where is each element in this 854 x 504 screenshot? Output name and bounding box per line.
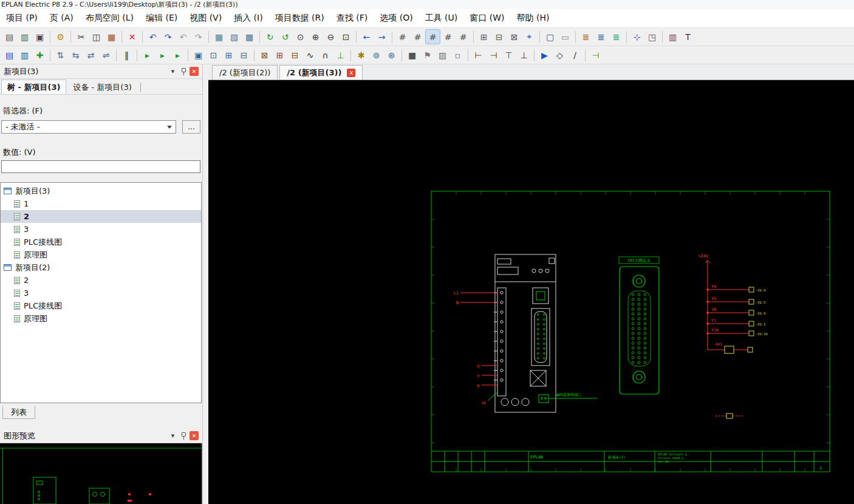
- grid-d-icon[interactable]: #: [456, 30, 470, 44]
- tab-devices[interactable]: 设备 - 新项目(3): [67, 80, 137, 94]
- numbering-pages-icon[interactable]: ⇅: [53, 48, 67, 62]
- paste-icon[interactable]: ▦: [104, 30, 118, 44]
- menu-item-1[interactable]: 项目 (P): [0, 9, 44, 27]
- tree-item[interactable]: 原理图: [1, 312, 201, 325]
- numbering-devices-icon[interactable]: ⇆: [69, 48, 83, 62]
- tree-item[interactable]: 3: [1, 223, 201, 236]
- settings-wrench-icon[interactable]: ⚙: [53, 30, 67, 44]
- list-tab[interactable]: 列表: [2, 406, 35, 419]
- list-view-icon[interactable]: ≣: [594, 30, 608, 44]
- align-left-icon[interactable]: ⊢: [471, 48, 485, 62]
- table-view-icon[interactable]: ▩: [242, 30, 256, 44]
- list-sync-icon[interactable]: ≣: [609, 30, 623, 44]
- grid-c-icon[interactable]: #: [441, 30, 455, 44]
- structure-box-icon[interactable]: ⊛: [384, 48, 398, 62]
- filter-browse-button[interactable]: ...: [182, 120, 200, 134]
- tree-item[interactable]: 2: [1, 210, 201, 223]
- device-navigator-icon[interactable]: ▥: [18, 48, 32, 62]
- graphical-editing-icon[interactable]: ▢: [543, 30, 557, 44]
- zoom-window-icon[interactable]: ⊙: [293, 30, 307, 44]
- menu-item-10[interactable]: 工具 (U): [419, 9, 464, 27]
- tree-item[interactable]: 3: [1, 287, 201, 299]
- menu-item-5[interactable]: 视图 (V): [183, 9, 228, 27]
- tree-item[interactable]: 原理图: [1, 248, 201, 261]
- delete-icon[interactable]: ✕: [125, 30, 139, 44]
- run-check-selection-icon[interactable]: ▸: [171, 48, 185, 62]
- tree-item[interactable]: 新项目(3): [1, 185, 201, 197]
- forward-icon[interactable]: →: [375, 30, 389, 44]
- menu-item-4[interactable]: 编辑 (E): [140, 9, 183, 27]
- measure-icon[interactable]: ∕: [568, 48, 582, 62]
- copy-icon[interactable]: ◫: [89, 30, 103, 44]
- terminal-strip-icon[interactable]: ⊞: [273, 48, 287, 62]
- list-edit-icon[interactable]: ≣: [579, 30, 593, 44]
- zoom-page-icon[interactable]: ⊡: [339, 30, 353, 44]
- terminal-diagram-icon[interactable]: ⊟: [288, 48, 302, 62]
- flag-icon[interactable]: ⚑: [420, 48, 434, 62]
- toggle-panel-icon[interactable]: ▭: [558, 30, 572, 44]
- run-check-project-icon[interactable]: ▸: [140, 48, 154, 62]
- align-top-icon[interactable]: ⊤: [502, 48, 516, 62]
- plc-connection-point-icon[interactable]: ⊡: [207, 48, 220, 62]
- reference-frame-icon[interactable]: ⊚: [369, 48, 383, 62]
- close-icon[interactable]: ✕: [190, 67, 199, 76]
- back-icon[interactable]: ←: [360, 30, 374, 44]
- snap-object-icon[interactable]: ⊟: [492, 30, 506, 44]
- text-tool-icon[interactable]: T: [681, 30, 695, 44]
- editor-tab[interactable]: /2 (新项目(2)): [212, 65, 278, 80]
- page-tree[interactable]: 新项目(3)123PLC接线图原理图新项目(2)23PLC接线图原理图: [0, 182, 202, 403]
- lasso-select-icon[interactable]: ◇: [553, 48, 567, 62]
- menu-item-11[interactable]: 窗口 (W): [463, 9, 510, 27]
- plc-navigator-icon[interactable]: ⊞: [222, 48, 236, 62]
- move-handle-icon[interactable]: ⊹: [630, 30, 644, 44]
- black-box-icon[interactable]: ■: [405, 48, 419, 62]
- grid-off-icon[interactable]: #: [395, 30, 409, 44]
- undo-icon[interactable]: ↶: [146, 30, 160, 44]
- undo-history-icon[interactable]: ↶: [176, 30, 190, 44]
- tree-item[interactable]: PLC接线图: [1, 299, 201, 312]
- regenerate-icon[interactable]: ↺: [278, 30, 292, 44]
- graphic-toggle-icon[interactable]: ✚: [33, 48, 47, 62]
- update-view-icon[interactable]: ↻: [263, 30, 277, 44]
- cable-definition-icon[interactable]: ∿: [303, 48, 317, 62]
- zoom-in-icon[interactable]: ⊕: [309, 30, 323, 44]
- grid-b-icon[interactable]: #: [426, 30, 440, 44]
- plc-box-icon[interactable]: ▣: [191, 48, 205, 62]
- snap-design-mode-icon[interactable]: ⊠: [507, 30, 521, 44]
- page-navigator-icon[interactable]: ▤: [2, 48, 16, 62]
- page-open-icon[interactable]: ▥: [18, 30, 32, 44]
- zoom-out-icon[interactable]: ⊖: [324, 30, 338, 44]
- menu-item-2[interactable]: 页 (A): [44, 9, 80, 27]
- close-icon[interactable]: ✕: [190, 431, 199, 440]
- dashed-area-icon[interactable]: ▫: [451, 48, 465, 62]
- filter-select[interactable]: - 未激活 -: [1, 120, 176, 134]
- drawing-canvas[interactable]: EPLAN 新项目(3) EPLAN Software & Service Gm…: [208, 80, 854, 504]
- interruption-point-icon[interactable]: ✱: [354, 48, 368, 62]
- value-input[interactable]: [1, 160, 200, 173]
- terminal-icon[interactable]: ⊠: [258, 48, 272, 62]
- menu-item-7[interactable]: 项目数据 (R): [269, 9, 330, 27]
- menu-item-8[interactable]: 查找 (F): [330, 9, 374, 27]
- menu-item-9[interactable]: 选项 (O): [374, 9, 418, 27]
- window-layout-icon[interactable]: ▦: [212, 30, 226, 44]
- redo-icon[interactable]: ↷: [161, 30, 175, 44]
- connection-symbols-icon[interactable]: ‖: [120, 48, 134, 62]
- potential-icon[interactable]: ⊥: [333, 48, 347, 62]
- parts-list-icon[interactable]: ▥: [666, 30, 680, 44]
- chevron-down-icon[interactable]: ▾: [168, 431, 178, 441]
- numbering-terminals-icon[interactable]: ⇄: [84, 48, 98, 62]
- align-bottom-icon[interactable]: ⊥: [517, 48, 531, 62]
- tree-item[interactable]: 2: [1, 274, 201, 287]
- shield-icon[interactable]: ∩: [318, 48, 332, 62]
- menu-item-6[interactable]: 插入 (I): [228, 9, 269, 27]
- bus-port-icon[interactable]: ⊟: [237, 48, 251, 62]
- tree-item[interactable]: 1: [1, 197, 201, 210]
- menu-item-12[interactable]: 帮助 (H): [510, 9, 555, 27]
- snap-grid-icon[interactable]: ⊞: [477, 30, 491, 44]
- cut-icon[interactable]: ✂: [74, 30, 88, 44]
- page-new-icon[interactable]: ▤: [2, 30, 16, 44]
- coordinate-input-icon[interactable]: ⌖: [522, 30, 536, 44]
- menu-item-3[interactable]: 布局空间 (L): [80, 9, 140, 27]
- pointer-icon[interactable]: ▶: [538, 48, 552, 62]
- pin-icon[interactable]: [180, 67, 186, 76]
